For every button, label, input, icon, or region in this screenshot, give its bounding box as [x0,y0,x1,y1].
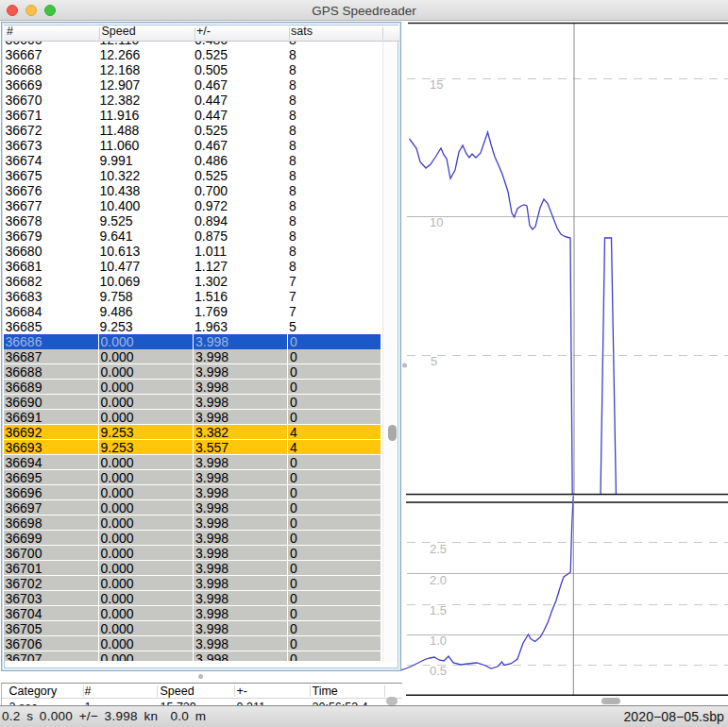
svg-text:2.0: 2.0 [430,573,447,587]
svg-text:1.0: 1.0 [430,634,447,648]
svg-text:2.5: 2.5 [430,542,447,556]
svg-text:10: 10 [430,215,443,229]
svg-text:1.5: 1.5 [430,603,447,617]
svg-text:15: 15 [430,77,443,92]
svg-text:0.5: 0.5 [430,664,447,678]
svg-text:5: 5 [431,354,437,368]
